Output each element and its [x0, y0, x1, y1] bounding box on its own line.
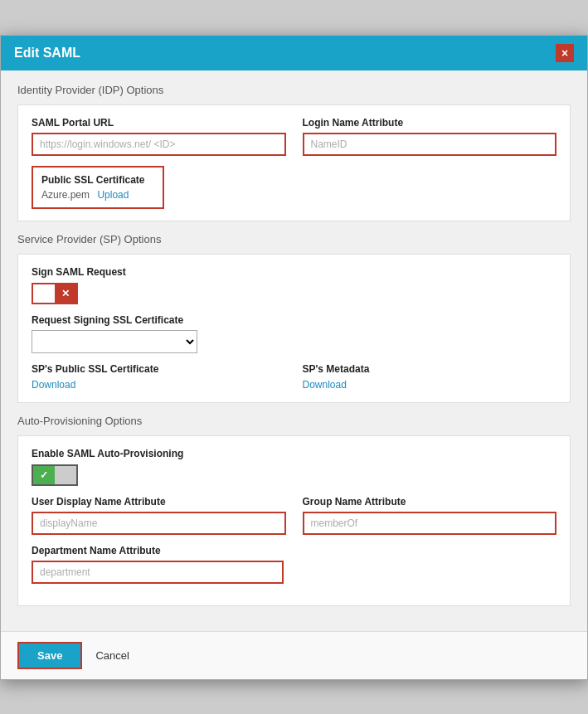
sp-ssl-label: SP's Public SSL Certificate [32, 363, 286, 375]
sp-section-box: Sign SAML Request ✕ Request Signing SSL … [17, 254, 571, 403]
user-display-group: User Display Name Attribute [32, 496, 286, 535]
login-attr-group: Login Name Attribute [303, 117, 557, 156]
request-signing-group: Request Signing SSL Certificate [32, 314, 556, 353]
sp-ssl-download-link[interactable]: Download [32, 379, 75, 391]
login-attr-label: Login Name Attribute [303, 117, 557, 129]
user-display-input[interactable] [32, 512, 286, 535]
saml-url-group: SAML Portal URL [32, 117, 286, 156]
enable-auto-prov-section: Enable SAML Auto-Provisioning ✓ [32, 448, 556, 486]
idp-top-row: SAML Portal URL Login Name Attribute [32, 117, 556, 156]
sign-saml-section: Sign SAML Request ✕ [32, 266, 556, 304]
modal-header: Edit SAML × [1, 36, 587, 70]
idp-section-box: SAML Portal URL Login Name Attribute Pub… [17, 104, 571, 221]
sign-saml-label: Sign SAML Request [32, 266, 556, 278]
sp-certs-row: SP's Public SSL Certificate Download SP'… [32, 363, 556, 391]
ssl-cert-label: Public SSL Certificate [41, 174, 154, 186]
group-name-label: Group Name Attribute [303, 496, 557, 508]
close-button[interactable]: × [556, 44, 574, 62]
sp-ssl-cert-col: SP's Public SSL Certificate Download [32, 363, 286, 391]
ssl-cert-upload-link[interactable]: Upload [97, 189, 129, 201]
save-button[interactable]: Save [17, 642, 82, 669]
dept-name-group: Department Name Attribute [32, 545, 284, 584]
sp-section-title: Service Provider (SP) Options [17, 233, 571, 245]
group-name-group: Group Name Attribute [303, 496, 557, 535]
sign-saml-toggle[interactable]: ✕ [32, 283, 78, 304]
edit-saml-modal: Edit SAML × Identity Provider (IDP) Opti… [0, 35, 588, 680]
saml-url-input[interactable] [32, 133, 286, 156]
ssl-cert-filename: Azure.pem [41, 189, 90, 201]
attr-row-2: Department Name Attribute [32, 545, 556, 584]
ssl-cert-info: Azure.pem Upload [41, 189, 154, 201]
login-attr-input[interactable] [303, 133, 557, 156]
ssl-cert-box: Public SSL Certificate Azure.pem Upload [32, 166, 164, 209]
dept-name-label: Department Name Attribute [32, 545, 284, 556]
enable-auto-prov-label: Enable SAML Auto-Provisioning [32, 448, 556, 459]
cancel-button[interactable]: Cancel [95, 649, 129, 662]
user-display-label: User Display Name Attribute [32, 496, 286, 508]
toggle-green-on-part: ✓ [33, 466, 55, 484]
sp-metadata-download-link[interactable]: Download [303, 379, 347, 391]
attr-row-1: User Display Name Attribute Group Name A… [32, 496, 556, 535]
dept-name-input[interactable] [32, 561, 284, 584]
request-signing-select[interactable] [32, 330, 197, 353]
request-signing-label: Request Signing SSL Certificate [32, 314, 556, 326]
enable-auto-prov-toggle[interactable]: ✓ [32, 464, 78, 486]
sp-metadata-label: SP's Metadata [303, 363, 557, 375]
modal-footer: Save Cancel [1, 631, 587, 679]
toggle-off-part [33, 284, 55, 303]
idp-section-title: Identity Provider (IDP) Options [17, 84, 571, 96]
toggle-green-off-part [55, 466, 76, 484]
saml-url-label: SAML Portal URL [32, 117, 286, 129]
sp-metadata-col: SP's Metadata Download [303, 363, 557, 391]
auto-prov-title: Auto-Provisioning Options [17, 415, 571, 427]
auto-prov-box: Enable SAML Auto-Provisioning ✓ User Dis… [17, 435, 571, 606]
modal-body: Identity Provider (IDP) Options SAML Por… [1, 70, 587, 631]
toggle-on-part: ✕ [55, 284, 76, 303]
group-name-input[interactable] [303, 512, 557, 535]
modal-title: Edit SAML [14, 46, 80, 61]
